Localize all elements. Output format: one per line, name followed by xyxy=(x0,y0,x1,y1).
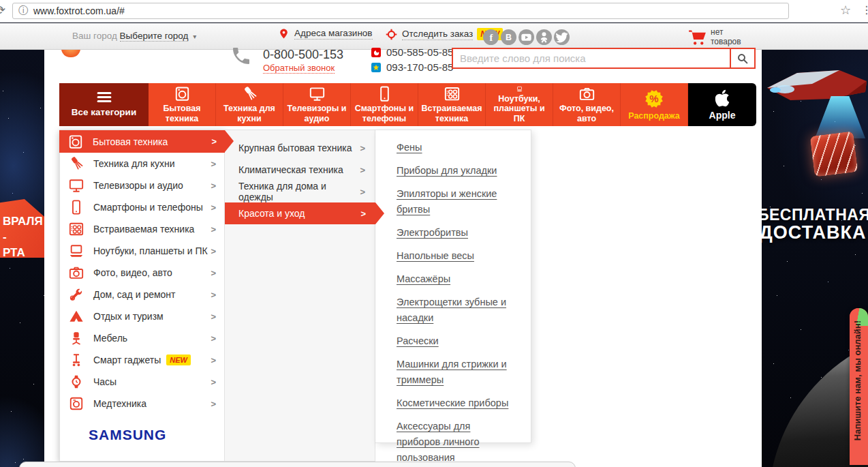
laptop-icon xyxy=(68,243,84,258)
menu1-item-kitchen[interactable]: Техника для кухни> xyxy=(60,153,224,175)
samsung-brand-link[interactable]: SAMSUNG xyxy=(89,427,224,443)
vodafone-icon xyxy=(371,48,381,57)
browser-chrome: ⟳ ⓘ www.foxtrot.com.ua/# ☆ ⋮ xyxy=(0,0,868,23)
chevron-right-icon: > xyxy=(211,159,216,169)
phone-kyivstar-row: 093-170-05-85 xyxy=(371,61,453,73)
washing-machine-icon xyxy=(67,134,84,149)
cart-button[interactable]: неттоваров xyxy=(688,27,741,47)
nav-tab-apple[interactable]: Apple xyxy=(688,83,756,126)
menu1-item-leisure-tourism[interactable]: Отдых и туризм> xyxy=(60,305,224,327)
menu1-item-smart-gadgets[interactable]: Смарт гаджеты NEW > xyxy=(60,349,224,371)
menu1-item-watches[interactable]: Часы> xyxy=(60,371,224,393)
menu3-link-massagers[interactable]: Массажёры xyxy=(397,271,512,287)
menu3-link-styling[interactable]: Приборы для укладки xyxy=(397,163,512,179)
tools-icon xyxy=(68,287,84,302)
search-icon xyxy=(737,52,749,65)
chevron-right-icon: > xyxy=(360,143,365,153)
nav-tab-sale[interactable]: Распродажа xyxy=(621,83,688,126)
map-pin-icon xyxy=(278,28,290,40)
category-menu-level2: Крупная бытовая техника> Климатическая т… xyxy=(225,130,375,462)
chair-icon xyxy=(68,331,84,346)
youtube-icon[interactable] xyxy=(518,29,534,45)
vk-icon[interactable] xyxy=(501,29,516,45)
main-nav: Все категории Бытовая техника Техника дл… xyxy=(59,83,756,126)
store-addresses-link[interactable]: Адреса магазинов xyxy=(278,28,373,40)
phone-number-main: 0-800-500-153 xyxy=(263,48,343,62)
cooktop-icon xyxy=(68,222,84,237)
odnoklassniki-icon[interactable] xyxy=(536,29,552,45)
menu3-link-accessories[interactable]: Аксессуары для приборов личного пользова… xyxy=(397,419,512,466)
menu1-item-furniture[interactable]: Мебель> xyxy=(60,327,224,349)
nav-tab-all-categories[interactable]: Все категории xyxy=(59,83,149,126)
twitter-icon[interactable] xyxy=(554,29,570,45)
phone-vodafone-row: 050-585-05-85 xyxy=(371,46,453,58)
menu2-item-large-appliances[interactable]: Крупная бытовая техника> xyxy=(225,137,375,159)
phone-handset-icon xyxy=(230,45,252,67)
menu2-item-climate[interactable]: Климатическая техника> xyxy=(225,159,375,181)
chevron-right-icon: > xyxy=(211,268,216,278)
apple-icon xyxy=(714,89,730,108)
menu3-link-hairdryers[interactable]: Фены xyxy=(397,140,512,155)
menu2-item-home-clothing[interactable]: Техника для дома и одежды> xyxy=(225,181,375,202)
nav-tab-tv-audio[interactable]: Телевизоры и аудио xyxy=(283,83,351,126)
menu3-link-cosmetic[interactable]: Косметические приборы xyxy=(397,395,512,411)
category-menu-level1: Бытовая техника> Техника для кухни> Теле… xyxy=(59,130,225,462)
chevron-right-icon: > xyxy=(211,355,216,365)
city-value[interactable]: Выберите город xyxy=(120,31,189,42)
tent-icon xyxy=(68,309,84,324)
menu1-item-built-in[interactable]: Встраиваемая техника> xyxy=(60,218,224,240)
menu1-item-smartphones[interactable]: Смартфоны и телефоны> xyxy=(60,196,224,218)
nav-tab-photo-video-auto[interactable]: Фото, видео, авто xyxy=(553,83,621,126)
kyivstar-icon xyxy=(371,63,381,72)
callback-link[interactable]: Обратный звонок xyxy=(263,63,335,74)
address-bar[interactable]: ⓘ www.foxtrot.com.ua/# xyxy=(12,3,789,19)
chat-widget-tab[interactable]: Напишите нам, мы онлайн! xyxy=(850,308,868,465)
menu1-item-laptops-pc[interactable]: Ноутбуки, планшеты и ПК> xyxy=(60,240,224,262)
menu2-item-beauty-care[interactable]: Красота и уход> xyxy=(225,202,375,224)
nav-tab-kitchen[interactable]: Техника для кухни xyxy=(216,83,283,126)
menu1-item-home-garden[interactable]: Дом, сад и ремонт> xyxy=(60,284,224,305)
chevron-right-icon: > xyxy=(211,202,216,213)
url-text[interactable]: www.foxtrot.com.ua/# xyxy=(33,5,125,16)
phone-number-kyivstar: 093-170-05-85 xyxy=(386,61,453,73)
chevron-down-icon: ▾ xyxy=(193,33,196,40)
menu3-link-scales[interactable]: Напольные весы xyxy=(397,248,512,264)
chevron-right-icon: > xyxy=(211,399,216,409)
menu3-link-clippers[interactable]: Машинки для стрижки и триммеры xyxy=(397,357,512,388)
menu3-link-toothbrushes[interactable]: Электрощетки зубные и насадки xyxy=(397,295,512,326)
city-selector[interactable]: Ваш город Выберите город ▾ xyxy=(72,31,196,41)
browser-menu-icon[interactable]: ⋮ xyxy=(861,3,868,16)
tv-icon xyxy=(68,178,84,193)
nav-tab-laptops-pc[interactable]: Ноутбуки, планшеты и ПК xyxy=(486,83,553,126)
menu1-item-appliances[interactable]: Бытовая техника> xyxy=(59,130,225,153)
social-links xyxy=(483,29,570,45)
laptop-icon xyxy=(510,86,529,92)
reload-icon[interactable]: ⟳ xyxy=(0,3,5,18)
search-button[interactable] xyxy=(730,49,754,67)
menu1-item-photo-video-auto[interactable]: Фото, видео, авто> xyxy=(60,262,224,284)
menu1-item-medical[interactable]: Медтехника> xyxy=(60,393,224,415)
menu3-link-epilators[interactable]: Эпиляторы и женские бритвы xyxy=(397,186,512,217)
search-input[interactable] xyxy=(453,49,730,67)
washing-machine-icon xyxy=(173,86,191,102)
cart-icon xyxy=(688,28,707,46)
category-menu-level3: Фены Приборы для укладки Эпиляторы и жен… xyxy=(375,130,531,443)
sale-percent-icon xyxy=(644,89,664,109)
nav-tab-appliances[interactable]: Бытовая техника xyxy=(149,83,216,126)
nav-tab-built-in[interactable]: Встраиваемая техника xyxy=(418,83,486,126)
bookmark-star-icon[interactable]: ☆ xyxy=(840,3,851,18)
bottom-popup-edge xyxy=(19,462,576,467)
hamburger-icon xyxy=(95,91,113,103)
menu1-item-tv-audio[interactable]: Телевизоры и аудио> xyxy=(60,175,224,196)
city-label: Ваш город xyxy=(72,31,117,41)
nav-tab-smartphones[interactable]: Смартфоны и телефоны xyxy=(351,83,418,126)
new-badge: NEW xyxy=(166,355,191,365)
facebook-icon[interactable] xyxy=(483,29,499,45)
phone-number-vodafone: 050-585-05-85 xyxy=(386,46,453,58)
menu3-link-combs[interactable]: Расчески xyxy=(397,333,512,349)
page-info-icon[interactable]: ⓘ xyxy=(18,5,28,17)
kitchen-mixer-icon xyxy=(68,156,84,171)
chevron-right-icon: > xyxy=(211,136,217,147)
scooter-icon xyxy=(68,352,84,367)
menu3-link-shavers[interactable]: Электробритвы xyxy=(397,225,512,241)
